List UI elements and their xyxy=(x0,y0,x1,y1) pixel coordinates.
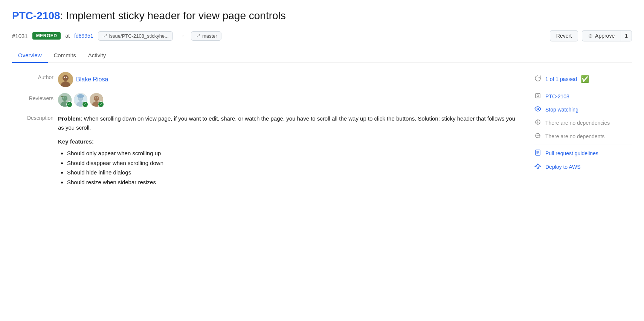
target-branch: ⎇ master xyxy=(191,31,221,41)
no-deps-item: There are no dependencies xyxy=(534,116,632,130)
meta-bar: #1031 MERGED at fd89951 ⎇ issue/PTC-2108… xyxy=(12,30,632,41)
approve-check-icon: ⊘ xyxy=(588,33,593,39)
author-value: Blake Riosa xyxy=(58,72,519,87)
issue-link-label[interactable]: PTC-2108 xyxy=(545,93,569,99)
ci-status-item: 1 of 1 passed ✅ xyxy=(534,72,632,86)
pr-id: PTC-2108 xyxy=(12,10,60,21)
watch-eye-icon xyxy=(534,106,542,113)
reviewer-1: ✓ xyxy=(58,93,72,107)
svg-point-8 xyxy=(63,98,64,98)
key-features-heading: Key features: xyxy=(58,138,519,145)
pr-number: #1031 xyxy=(12,33,28,39)
branch-icon-2: ⎇ xyxy=(195,33,200,38)
tab-activity[interactable]: Activity xyxy=(82,48,112,63)
guidelines-icon xyxy=(534,150,542,157)
source-branch: ⎇ issue/PTC-2108_stickyhe... xyxy=(98,31,173,41)
guidelines-item: Pull request guidelines xyxy=(534,147,632,160)
svg-point-31 xyxy=(537,133,538,134)
approve-button[interactable]: ⊘ Approve xyxy=(582,30,621,41)
no-dependents-item: There are no dependents xyxy=(534,130,632,143)
dependents-icon xyxy=(534,133,542,140)
deps-icon xyxy=(534,119,542,127)
deploy-item: Deploy to AWS xyxy=(534,160,632,174)
deploy-icon xyxy=(534,163,542,171)
branch-icon: ⎇ xyxy=(102,33,107,38)
ci-passed-label[interactable]: 1 of 1 passed xyxy=(545,76,577,82)
author-label: Author xyxy=(12,72,53,87)
watch-item: Stop watching xyxy=(534,103,632,116)
content-layout: Author Blake Riosa Reviewers xyxy=(12,72,632,194)
svg-point-1 xyxy=(63,75,69,81)
feature-item: Should resize when sidebar resizes xyxy=(67,177,519,187)
features-list: Should only appear when scrolling up Sho… xyxy=(58,148,519,187)
svg-point-32 xyxy=(537,137,538,138)
reviewer-2-check: ✓ xyxy=(82,101,88,107)
tabs-bar: Overview Commits Activity xyxy=(12,48,632,63)
main-content: Author Blake Riosa Reviewers xyxy=(12,72,519,194)
guidelines-label[interactable]: Pull request guidelines xyxy=(545,150,598,156)
feature-item: Should disappear when scrolling down xyxy=(67,158,519,168)
svg-point-18 xyxy=(94,96,99,101)
svg-rect-10 xyxy=(61,96,63,97)
svg-point-21 xyxy=(97,98,98,98)
description-paragraph: Problem: When scrolling down on view pag… xyxy=(58,114,519,132)
description-intro: : When scrolling down on view page, if y… xyxy=(58,115,515,131)
sidebar: 1 of 1 passed ✅ PTC-2108 Stop watchi xyxy=(534,72,632,194)
svg-point-29 xyxy=(539,122,540,122)
stop-watching-label[interactable]: Stop watching xyxy=(545,107,578,113)
commit-hash-link[interactable]: fd89951 xyxy=(74,33,93,39)
reviewers-value: ✓ ✓ xyxy=(58,93,519,107)
reviewer-3: ✓ xyxy=(90,93,103,107)
source-branch-label: issue/PTC-2108_stickyhe... xyxy=(109,33,169,39)
info-grid: Author Blake Riosa Reviewers xyxy=(12,72,519,187)
author-avatar xyxy=(58,72,73,87)
svg-point-28 xyxy=(536,122,536,122)
feature-item: Should hide inline dialogs xyxy=(67,168,519,177)
approve-label: Approve xyxy=(595,33,615,39)
svg-point-23 xyxy=(537,95,539,97)
ci-refresh-icon xyxy=(534,75,542,83)
divider-1 xyxy=(534,88,632,88)
svg-point-24 xyxy=(537,108,539,110)
arrow-icon: → xyxy=(179,32,185,39)
svg-point-33 xyxy=(536,135,536,136)
no-deps-label: There are no dependencies xyxy=(545,120,610,126)
page-title: PTC-2108: Implement sticky header for vi… xyxy=(12,9,632,23)
issue-link-item: PTC-2108 xyxy=(534,90,632,103)
feature-item: Should only appear when scrolling up xyxy=(67,148,519,158)
revert-button[interactable]: Revert xyxy=(550,30,578,41)
svg-rect-22 xyxy=(536,93,540,98)
at-label: at xyxy=(65,33,70,39)
approve-button-group: ⊘ Approve 1 xyxy=(582,30,632,41)
svg-point-16 xyxy=(77,94,84,98)
svg-point-9 xyxy=(66,98,66,98)
deploy-label[interactable]: Deploy to AWS xyxy=(545,164,581,170)
description-label: Description xyxy=(12,113,53,187)
divider-2 xyxy=(534,145,632,145)
svg-point-4 xyxy=(66,77,67,78)
reviewer-2: ✓ xyxy=(74,93,87,107)
reviewer-1-check: ✓ xyxy=(66,101,72,107)
approve-count-button[interactable]: 1 xyxy=(621,30,632,41)
ci-check-icon: ✅ xyxy=(581,75,589,83)
status-badge: MERGED xyxy=(32,32,61,40)
svg-point-26 xyxy=(537,120,538,121)
action-buttons: Revert ⊘ Approve 1 xyxy=(550,30,632,41)
tab-overview[interactable]: Overview xyxy=(12,48,48,63)
issue-icon xyxy=(534,93,542,100)
author-name[interactable]: Blake Riosa xyxy=(76,76,108,83)
description-bold: Problem xyxy=(58,115,81,122)
target-branch-label: master xyxy=(202,33,217,39)
svg-point-27 xyxy=(537,124,538,124)
tab-commits[interactable]: Commits xyxy=(48,48,82,63)
svg-point-34 xyxy=(539,135,540,136)
description-content: Problem: When scrolling down on view pag… xyxy=(58,114,519,187)
svg-point-20 xyxy=(95,98,96,98)
reviewers-label: Reviewers xyxy=(12,93,53,107)
no-dependents-label: There are no dependents xyxy=(545,133,604,139)
title-suffix: : Implement sticky header for view page … xyxy=(60,10,286,21)
reviewer-3-check: ✓ xyxy=(98,101,104,107)
svg-point-3 xyxy=(64,77,65,78)
